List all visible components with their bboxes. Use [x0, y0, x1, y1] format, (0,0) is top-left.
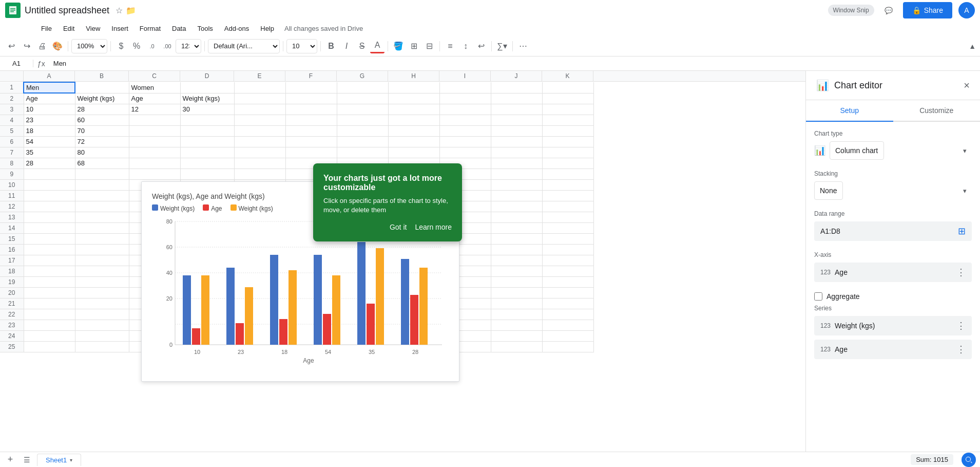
- cell[interactable]: [180, 115, 234, 125]
- col-header-j[interactable]: J: [491, 71, 542, 81]
- cell[interactable]: [285, 93, 337, 104]
- sum-badge[interactable]: Sum: 1015: [911, 454, 953, 465]
- row-number[interactable]: 20: [0, 287, 24, 298]
- merge-button[interactable]: ⊟: [422, 39, 436, 53]
- format-select[interactable]: 123: [176, 39, 201, 53]
- cell[interactable]: [491, 190, 542, 201]
- cell[interactable]: 60: [75, 115, 129, 125]
- cell[interactable]: [491, 222, 542, 233]
- cell[interactable]: [439, 147, 491, 158]
- redo-button[interactable]: ↪: [20, 39, 34, 53]
- cell[interactable]: [75, 201, 129, 212]
- cell[interactable]: [129, 115, 180, 125]
- cell[interactable]: [24, 233, 75, 244]
- col-header-b[interactable]: B: [75, 71, 129, 81]
- cell[interactable]: [491, 266, 542, 276]
- cell[interactable]: [542, 190, 593, 201]
- row-number[interactable]: 9: [0, 169, 24, 179]
- cell[interactable]: [180, 82, 234, 93]
- data-range-grid-icon[interactable]: ⊞: [958, 226, 966, 237]
- print-button[interactable]: 🖨: [35, 39, 49, 53]
- undo-button[interactable]: ↩: [4, 39, 18, 53]
- cell[interactable]: [75, 179, 129, 190]
- col-header-h[interactable]: H: [388, 71, 439, 81]
- cell[interactable]: [491, 320, 542, 330]
- row-number[interactable]: 23: [0, 320, 24, 330]
- cell[interactable]: 72: [75, 136, 129, 147]
- menu-help[interactable]: Help: [255, 23, 279, 34]
- cell[interactable]: [75, 169, 129, 179]
- cell[interactable]: [491, 136, 542, 147]
- cell[interactable]: [542, 82, 593, 93]
- cell[interactable]: [180, 169, 234, 179]
- cell[interactable]: [439, 125, 491, 136]
- cell[interactable]: [24, 179, 75, 190]
- cell[interactable]: [542, 341, 593, 352]
- cell[interactable]: [75, 330, 129, 341]
- cell[interactable]: [491, 201, 542, 212]
- col-header-a[interactable]: A: [24, 71, 75, 81]
- row-number[interactable]: 18: [0, 266, 24, 276]
- cell[interactable]: [542, 125, 593, 136]
- menu-data[interactable]: Data: [167, 23, 191, 34]
- cell[interactable]: [491, 244, 542, 255]
- cell[interactable]: [491, 233, 542, 244]
- font-select[interactable]: Default (Ari...: [208, 39, 280, 53]
- series-0-menu-button[interactable]: ⋮: [956, 320, 966, 331]
- cell[interactable]: [234, 93, 285, 104]
- row-number[interactable]: 24: [0, 330, 24, 341]
- cell-reference[interactable]: A1: [0, 60, 33, 67]
- cell[interactable]: 35: [24, 147, 75, 158]
- menu-addons[interactable]: Add-ons: [219, 23, 254, 34]
- row-number[interactable]: 3: [0, 104, 24, 115]
- cell[interactable]: [75, 233, 129, 244]
- chat-icon[interactable]: 💬: [880, 2, 897, 18]
- cell[interactable]: [234, 104, 285, 115]
- cell[interactable]: [180, 125, 234, 136]
- cell[interactable]: [337, 93, 388, 104]
- cell[interactable]: [542, 93, 593, 104]
- cell[interactable]: [439, 115, 491, 125]
- cell[interactable]: [491, 287, 542, 298]
- cell[interactable]: [439, 136, 491, 147]
- cell[interactable]: [180, 147, 234, 158]
- cell[interactable]: [75, 255, 129, 266]
- cell[interactable]: [388, 136, 439, 147]
- cell[interactable]: [24, 287, 75, 298]
- row-number[interactable]: 14: [0, 222, 24, 233]
- row-number[interactable]: 2: [0, 93, 24, 104]
- row-number[interactable]: 21: [0, 298, 24, 309]
- cell[interactable]: 23: [24, 115, 75, 125]
- cell[interactable]: [129, 136, 180, 147]
- cell[interactable]: [542, 169, 593, 179]
- paint-format-button[interactable]: 🎨: [50, 39, 65, 53]
- cell[interactable]: [234, 169, 285, 179]
- cell[interactable]: [491, 158, 542, 169]
- cell[interactable]: [491, 212, 542, 222]
- cell[interactable]: [542, 147, 593, 158]
- cell[interactable]: [75, 287, 129, 298]
- cell[interactable]: [542, 266, 593, 276]
- row-number[interactable]: 17: [0, 255, 24, 266]
- cell[interactable]: [542, 179, 593, 190]
- cell[interactable]: [337, 115, 388, 125]
- series-1-menu-button[interactable]: ⋮: [956, 344, 966, 355]
- zoom-select[interactable]: 100%: [71, 39, 107, 53]
- row-number[interactable]: 10: [0, 179, 24, 190]
- cell[interactable]: [129, 147, 180, 158]
- bold-button[interactable]: B: [324, 39, 338, 53]
- cell[interactable]: [24, 276, 75, 287]
- col-header-g[interactable]: G: [337, 71, 388, 81]
- cell[interactable]: [388, 125, 439, 136]
- italic-button[interactable]: I: [339, 39, 354, 53]
- cell[interactable]: [75, 212, 129, 222]
- stacking-select[interactable]: None: [814, 181, 843, 200]
- document-title[interactable]: Untitled spreadsheet: [25, 5, 109, 16]
- cell[interactable]: [24, 212, 75, 222]
- cell[interactable]: [542, 320, 593, 330]
- cell[interactable]: [439, 93, 491, 104]
- valign-button[interactable]: ↕: [458, 39, 473, 53]
- cell[interactable]: [285, 104, 337, 115]
- cell[interactable]: Men: [24, 82, 75, 93]
- cell[interactable]: 30: [180, 104, 234, 115]
